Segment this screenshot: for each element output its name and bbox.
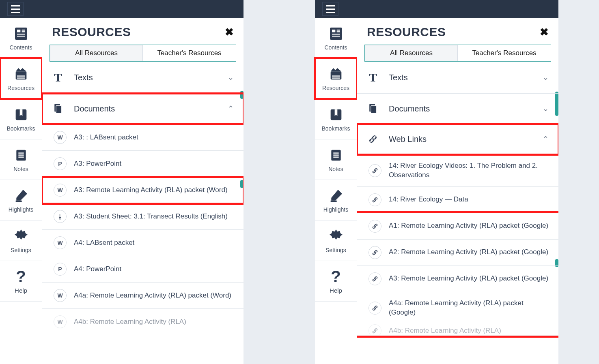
sidebar: Contents Resources Bookmarks Notes Highl… bbox=[315, 18, 357, 364]
documents-icon bbox=[52, 103, 64, 115]
resource-tabs: All Resources Teacher's Resources bbox=[50, 45, 236, 62]
bookmarks-icon bbox=[12, 107, 30, 123]
close-button[interactable]: ✖ bbox=[540, 27, 549, 37]
panel-title: RESOURCES bbox=[52, 25, 131, 39]
weblink-row[interactable]: 14: River Ecology Videos: 1. The Problem… bbox=[357, 155, 558, 187]
contents-icon bbox=[327, 26, 345, 42]
sidebar-label: Notes bbox=[328, 166, 343, 172]
sidebar-item-notes[interactable]: Notes bbox=[0, 139, 42, 180]
highlights-icon bbox=[327, 188, 345, 204]
sidebar-label: Resources bbox=[7, 85, 34, 91]
document-label: A4a: Remote Learning Activity (RLA) pack… bbox=[74, 291, 231, 300]
svg-rect-22 bbox=[332, 30, 335, 32]
section-texts[interactable]: T Texts ⌄ bbox=[42, 62, 243, 94]
svg-rect-8 bbox=[17, 75, 25, 77]
word-icon: W bbox=[54, 184, 67, 197]
sidebar-label: Settings bbox=[325, 247, 346, 253]
sidebar-item-help[interactable]: ? Help bbox=[315, 261, 357, 302]
weblink-label: 14: River Ecology Videos: 1. The Problem… bbox=[389, 161, 550, 180]
link-icon bbox=[368, 246, 381, 259]
document-label: A3: PowerPoint bbox=[74, 159, 121, 169]
sidebar-item-settings[interactable]: Settings bbox=[0, 221, 42, 261]
svg-marker-7 bbox=[15, 68, 26, 71]
sidebar-item-contents[interactable]: Contents bbox=[0, 18, 42, 58]
document-row[interactable]: P A3: PowerPoint bbox=[42, 151, 243, 177]
menu-button[interactable] bbox=[322, 2, 338, 16]
svg-rect-15 bbox=[18, 156, 24, 158]
section-texts[interactable]: T Texts ⌄ bbox=[357, 62, 558, 94]
svg-rect-26 bbox=[332, 36, 340, 37]
resources-panel: RESOURCES ✖ All Resources Teacher's Reso… bbox=[42, 18, 243, 364]
sidebar-item-resources[interactable]: Resources bbox=[0, 58, 42, 99]
weblink-row[interactable]: A3: Remote Learning Activity (RLA) packe… bbox=[357, 266, 558, 292]
document-row[interactable]: W A3: : LABsent packet bbox=[42, 124, 243, 151]
panel-header: RESOURCES ✖ bbox=[42, 18, 243, 41]
highlighted-weblinks: A1: Remote Learning Activity (RLA) packe… bbox=[357, 213, 558, 336]
weblink-row[interactable]: A2: Remote Learning Activity (RLA) packe… bbox=[357, 240, 558, 266]
document-row[interactable]: W A4b: Remote Learning Activity (RLA) bbox=[42, 309, 243, 335]
svg-rect-38 bbox=[330, 200, 336, 201]
menu-button[interactable] bbox=[7, 2, 24, 16]
sidebar-item-highlights[interactable]: Highlights bbox=[315, 180, 357, 221]
resources-icon bbox=[12, 66, 30, 82]
svg-rect-2 bbox=[22, 30, 25, 31]
document-row[interactable]: W A4: LABsent packet bbox=[42, 230, 243, 256]
svg-marker-37 bbox=[331, 190, 342, 201]
tab-teacher-resources[interactable]: Teacher's Resources bbox=[143, 45, 236, 61]
panel-header: RESOURCES ✖ bbox=[357, 18, 558, 41]
section-label: Web Links bbox=[389, 135, 427, 144]
chevron-up-icon: ⌃ bbox=[543, 135, 549, 143]
weblink-row[interactable]: A4b: Remote Learning Activity (RLA) bbox=[357, 324, 558, 336]
svg-rect-35 bbox=[333, 154, 338, 156]
section-label: Texts bbox=[389, 73, 408, 82]
document-row[interactable]: W A3: Remote Learning Activity (RLA) pac… bbox=[42, 177, 243, 203]
sidebar-item-bookmarks[interactable]: Bookmarks bbox=[315, 99, 357, 139]
svg-rect-13 bbox=[18, 152, 24, 154]
weblink-label: A2: Remote Learning Activity (RLA) packe… bbox=[389, 248, 548, 257]
sidebar-item-help[interactable]: ? Help bbox=[0, 261, 42, 302]
documents-list: W A3: : LABsent packet P A3: PowerPoint … bbox=[42, 124, 243, 335]
tab-teacher-resources[interactable]: Teacher's Resources bbox=[458, 45, 551, 61]
close-button[interactable]: ✖ bbox=[225, 27, 234, 37]
svg-rect-24 bbox=[336, 31, 340, 32]
tab-all-resources[interactable]: All Resources bbox=[365, 45, 458, 61]
weblink-row[interactable]: A1: Remote Learning Activity (RLA) packe… bbox=[357, 213, 558, 240]
sidebar-item-settings[interactable]: Settings bbox=[315, 221, 357, 261]
sidebar-label: Notes bbox=[13, 166, 28, 172]
word-icon: W bbox=[54, 289, 67, 302]
contents-icon bbox=[12, 26, 30, 42]
weblink-label: A4a: Remote Learning Activity (RLA) pack… bbox=[389, 299, 550, 317]
sidebar: Contents Resources Bookmarks Notes Highl… bbox=[0, 18, 42, 364]
help-icon: ? bbox=[16, 268, 26, 285]
sidebar-item-notes[interactable]: Notes bbox=[315, 139, 357, 180]
word-icon: W bbox=[54, 236, 67, 249]
weblink-row[interactable]: 14: River Ecology — Data bbox=[357, 187, 558, 213]
sidebar-item-highlights[interactable]: Highlights bbox=[0, 180, 42, 221]
panel-left: Contents Resources Bookmarks Notes Highl… bbox=[0, 0, 243, 364]
document-row[interactable]: P A4: PowerPoint bbox=[42, 256, 243, 283]
svg-rect-9 bbox=[17, 77, 25, 79]
sidebar-item-bookmarks[interactable]: Bookmarks bbox=[0, 99, 42, 139]
svg-rect-23 bbox=[336, 30, 340, 31]
weblink-label: A1: Remote Learning Activity (RLA) packe… bbox=[389, 221, 548, 231]
weblink-label: A3: Remote Learning Activity (RLA) packe… bbox=[389, 274, 548, 283]
svg-rect-20 bbox=[56, 106, 62, 113]
section-weblinks[interactable]: Web Links ⌃ bbox=[357, 124, 558, 154]
sidebar-item-resources[interactable]: Resources bbox=[315, 58, 357, 99]
section-label: Texts bbox=[74, 73, 93, 82]
document-row[interactable]: ⭳ A3: Student Sheet: 3.1: Transect Resul… bbox=[42, 203, 243, 230]
resources-icon bbox=[327, 66, 345, 82]
sidebar-label: Bookmarks bbox=[321, 125, 350, 132]
section-documents[interactable]: Documents ⌄ bbox=[357, 94, 558, 124]
tab-all-resources[interactable]: All Resources bbox=[50, 45, 143, 61]
documents-icon bbox=[367, 103, 379, 115]
weblink-row[interactable]: A4a: Remote Learning Activity (RLA) pack… bbox=[357, 292, 558, 324]
svg-rect-17 bbox=[15, 200, 22, 201]
document-label: A4b: Remote Learning Activity (RLA) bbox=[74, 317, 186, 327]
weblink-label: 14: River Ecology — Data bbox=[389, 195, 468, 204]
sidebar-item-contents[interactable]: Contents bbox=[315, 18, 357, 58]
section-documents[interactable]: Documents ⌃ bbox=[42, 94, 243, 124]
texts-icon: T bbox=[367, 71, 379, 84]
sidebar-label: Contents bbox=[9, 44, 32, 51]
document-row[interactable]: W A4a: Remote Learning Activity (RLA) pa… bbox=[42, 283, 243, 309]
